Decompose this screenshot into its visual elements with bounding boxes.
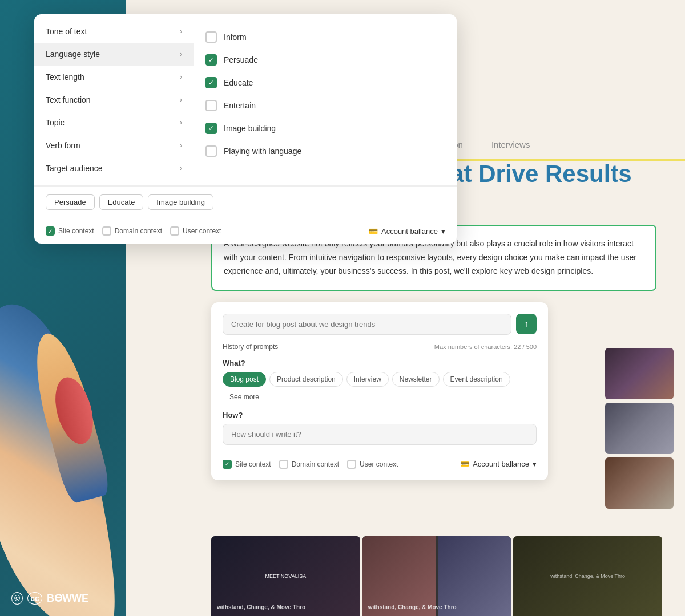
tag-event-description[interactable]: Event description xyxy=(443,372,510,387)
copyright-icon: © xyxy=(11,592,23,605)
ai-submit-button[interactable]: ↑ xyxy=(516,314,537,334)
option-educate-checkbox[interactable]: ✓ xyxy=(206,77,217,88)
dropdown-domain-context-checkbox[interactable] xyxy=(102,226,111,236)
wallet-icon: 💳 xyxy=(460,460,469,468)
chevron-right-icon: › xyxy=(180,119,182,127)
account-balance-button[interactable]: 💳 Account ballance ▾ xyxy=(460,460,537,468)
content-text: A well-designed website not only reflect… xyxy=(224,237,644,278)
dropdown-user-context-label: User context xyxy=(183,227,221,235)
how-section: How? xyxy=(223,411,537,453)
option-persuade[interactable]: ✓ Persuade xyxy=(206,48,445,71)
dropdown-wallet-icon: 💳 xyxy=(369,227,378,236)
what-label: What? xyxy=(223,359,537,367)
preview-card-1: MEET NOVALISA withstand, Change, & Move … xyxy=(211,536,360,616)
domain-context-label: Domain context xyxy=(292,460,339,468)
tag-interview[interactable]: Interview xyxy=(346,372,389,387)
what-section: What? Blog post Product description Inte… xyxy=(223,359,537,404)
site-context-item: ✓ Site context xyxy=(223,460,271,469)
chevron-right-icon: › xyxy=(180,50,182,58)
right-image-1 xyxy=(605,348,674,399)
bowwe-logo: © cc BƟWWE xyxy=(11,592,88,605)
domain-context-item: Domain context xyxy=(279,460,339,469)
user-context-item: User context xyxy=(347,460,398,469)
char-count: Max numbers of characters: 22 / 500 xyxy=(434,343,537,350)
chevron-right-icon: › xyxy=(180,164,182,172)
tab-interviews[interactable]: Interviews xyxy=(491,140,530,152)
how-input[interactable] xyxy=(223,424,537,445)
dropdown-domain-context: Domain context xyxy=(102,226,162,236)
option-image-building-checkbox[interactable]: ✓ xyxy=(206,123,217,134)
option-educate[interactable]: ✓ Educate xyxy=(206,71,445,94)
option-playing-with-language[interactable]: Playing with language xyxy=(206,140,445,163)
option-inform[interactable]: Inform xyxy=(206,26,445,48)
site-context-checkbox[interactable]: ✓ xyxy=(223,460,232,469)
chevron-down-icon: ▾ xyxy=(533,460,537,468)
dropdown-context-row: ✓ Site context Domain context User conte… xyxy=(34,218,457,244)
tags-row: Blog post Product description Interview … xyxy=(223,372,537,404)
selected-tag-persuade[interactable]: Persuade xyxy=(46,194,95,210)
menu-item-topic[interactable]: Topic › xyxy=(34,111,194,134)
preview-text-2: withstand, Change, & Move Thro xyxy=(368,604,506,610)
dropdown-top: Tone of text › Language style › Text len… xyxy=(34,14,457,186)
domain-context-checkbox[interactable] xyxy=(279,460,288,469)
dropdown-account-balance-button[interactable]: 💳 Account ballance ▾ xyxy=(369,227,445,236)
dropdown-site-context-checkbox[interactable]: ✓ xyxy=(46,226,55,236)
dropdown-user-context: User context xyxy=(170,226,221,236)
menu-item-text-length[interactable]: Text length › xyxy=(34,66,194,88)
chevron-right-icon: › xyxy=(180,27,182,35)
ai-panel: ↑ History of prompts Max numbers of char… xyxy=(211,302,548,480)
user-context-label: User context xyxy=(360,460,398,468)
see-more-link[interactable]: See more xyxy=(223,390,266,404)
menu-list: Tone of text › Language style › Text len… xyxy=(34,14,194,185)
tag-product-description[interactable]: Product description xyxy=(269,372,343,387)
dropdown-selected-tags: Persuade Educate Image building xyxy=(34,186,457,218)
preview-card-2: withstand, Change, & Move Thro xyxy=(362,536,511,616)
dropdown-site-context-label: Site context xyxy=(58,227,94,235)
dropdown-chevron-down-icon: ▾ xyxy=(441,227,445,236)
bottom-previews: MEET NOVALISA withstand, Change, & Move … xyxy=(211,536,662,616)
selected-tag-educate[interactable]: Educate xyxy=(99,194,144,210)
dropdown-user-context-checkbox[interactable] xyxy=(170,226,179,236)
dropdown-site-context: ✓ Site context xyxy=(46,226,94,236)
menu-item-tone[interactable]: Tone of text › xyxy=(34,20,194,43)
option-entertain-checkbox[interactable] xyxy=(206,100,217,111)
selected-tag-image-building[interactable]: Image building xyxy=(148,194,213,210)
right-image-3 xyxy=(605,457,674,509)
dropdown-domain-context-label: Domain context xyxy=(115,227,162,235)
menu-item-target-audience[interactable]: Target audience › xyxy=(34,157,194,180)
user-context-checkbox[interactable] xyxy=(347,460,356,469)
option-image-building[interactable]: ✓ Image building xyxy=(206,117,445,140)
cc-icon: cc xyxy=(27,592,42,605)
right-image-2 xyxy=(605,403,674,454)
dropdown-panel: Tone of text › Language style › Text len… xyxy=(34,14,457,244)
option-persuade-checkbox[interactable]: ✓ xyxy=(206,54,217,66)
menu-item-text-function[interactable]: Text function › xyxy=(34,88,194,111)
site-context-label: Site context xyxy=(235,460,271,468)
chevron-right-icon: › xyxy=(180,96,182,104)
history-prompts-link[interactable]: History of prompts xyxy=(223,343,278,351)
brand-name: BƟWWE xyxy=(47,592,88,605)
tag-blog-post[interactable]: Blog post xyxy=(223,372,266,387)
menu-item-verb-form[interactable]: Verb form › xyxy=(34,134,194,157)
option-inform-checkbox[interactable] xyxy=(206,31,217,43)
tag-newsletter[interactable]: Newsletter xyxy=(392,372,440,387)
ai-prompt-input[interactable] xyxy=(223,314,511,335)
menu-item-language-style[interactable]: Language style › xyxy=(34,43,194,66)
chevron-right-icon: › xyxy=(180,73,182,81)
options-panel: Inform ✓ Persuade ✓ Educate Entertain ✓ … xyxy=(194,14,457,185)
preview-text-1: withstand, Change, & Move Thro xyxy=(217,604,354,610)
history-row: History of prompts Max numbers of charac… xyxy=(223,343,537,351)
preview-card-3: withstand, Change, & Move Thro xyxy=(513,536,662,616)
ai-input-row: ↑ xyxy=(223,314,537,335)
rocket-illustration xyxy=(0,217,126,616)
option-playing-checkbox[interactable] xyxy=(206,145,217,157)
how-label: How? xyxy=(223,411,537,419)
option-entertain[interactable]: Entertain xyxy=(206,94,445,117)
context-row: ✓ Site context Domain context User conte… xyxy=(223,460,537,469)
right-images xyxy=(605,348,679,512)
chevron-right-icon: › xyxy=(180,141,182,149)
